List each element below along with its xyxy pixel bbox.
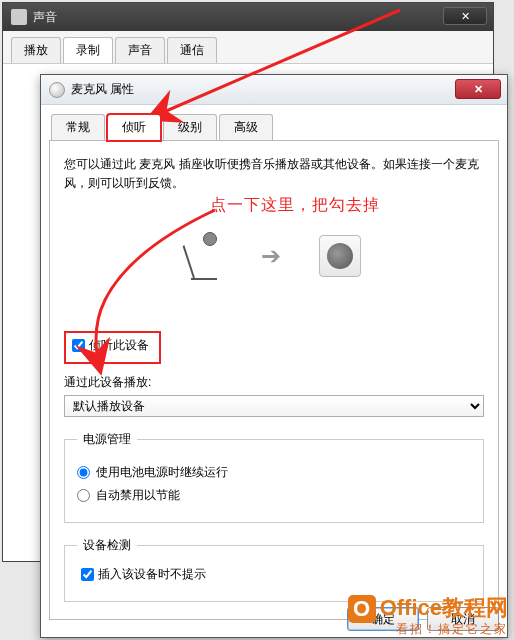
mic-tabs: 常规 侦听 级别 高级 [41, 105, 507, 140]
mic-graphic-icon [187, 232, 223, 280]
sound-titlebar: 声音 ✕ [3, 3, 493, 31]
speaker-graphic-icon [319, 235, 361, 277]
mic-titlebar: 麦克风 属性 [41, 75, 507, 105]
tab-playback[interactable]: 播放 [11, 37, 61, 63]
mic-close-button[interactable] [455, 79, 501, 99]
tab-advanced[interactable]: 高级 [219, 114, 273, 141]
mic-title: 麦克风 属性 [71, 81, 134, 98]
detection-label: 插入该设备时不提示 [98, 566, 206, 583]
tab-communications[interactable]: 通信 [167, 37, 217, 63]
listen-checkbox[interactable] [72, 339, 85, 352]
tab-levels[interactable]: 级别 [163, 114, 217, 141]
watermark-line2: 看招！搞定它之家 [348, 623, 508, 636]
power-legend: 电源管理 [77, 431, 137, 448]
playback-device-select[interactable]: 默认播放设备 [64, 395, 484, 417]
arrow-right-icon: ➔ [261, 242, 281, 270]
device-detection-group: 设备检测 插入该设备时不提示 [64, 537, 484, 602]
playback-through-label: 通过此设备播放: [64, 374, 484, 391]
annotation-text: 点一下这里，把勾去掉 [210, 195, 380, 216]
tab-recording[interactable]: 录制 [63, 37, 113, 63]
listen-checkbox-highlight: 侦听此设备 [64, 331, 161, 364]
power-auto-row[interactable]: 自动禁用以节能 [77, 487, 471, 504]
tab-sounds[interactable]: 声音 [115, 37, 165, 63]
listen-checkbox-row[interactable]: 侦听此设备 [68, 335, 153, 356]
detection-checkbox[interactable] [81, 568, 94, 581]
listen-description: 您可以通过此 麦克风 插座收听便携音乐播放器或其他设备。如果连接一个麦克风，则可… [64, 155, 484, 193]
power-auto-radio[interactable] [77, 489, 90, 502]
tab-listen[interactable]: 侦听 [107, 114, 161, 141]
sound-title: 声音 [33, 9, 57, 26]
illustration-row: ➔ [64, 211, 484, 301]
microphone-icon [49, 82, 65, 98]
sound-app-icon [11, 9, 27, 25]
power-management-group: 电源管理 使用电池电源时继续运行 自动禁用以节能 [64, 431, 484, 523]
tab-general[interactable]: 常规 [51, 114, 105, 141]
watermark: OOffice教程网 看招！搞定它之家 [348, 595, 508, 636]
power-auto-label: 自动禁用以节能 [96, 487, 180, 504]
detection-row[interactable]: 插入该设备时不提示 [77, 564, 210, 585]
sound-close-button[interactable]: ✕ [443, 7, 487, 25]
power-keep-radio[interactable] [77, 466, 90, 479]
detection-legend: 设备检测 [77, 537, 137, 554]
power-keep-label: 使用电池电源时继续运行 [96, 464, 228, 481]
power-keep-row[interactable]: 使用电池电源时继续运行 [77, 464, 471, 481]
sound-tabs: 播放 录制 声音 通信 [3, 31, 493, 64]
listen-checkbox-label: 侦听此设备 [89, 337, 149, 354]
watermark-badge-icon: O [348, 595, 376, 623]
watermark-line1: OOffice教程网 [348, 595, 508, 623]
mic-properties-window: 麦克风 属性 常规 侦听 级别 高级 您可以通过此 麦克风 插座收听便携音乐播放… [40, 74, 508, 638]
